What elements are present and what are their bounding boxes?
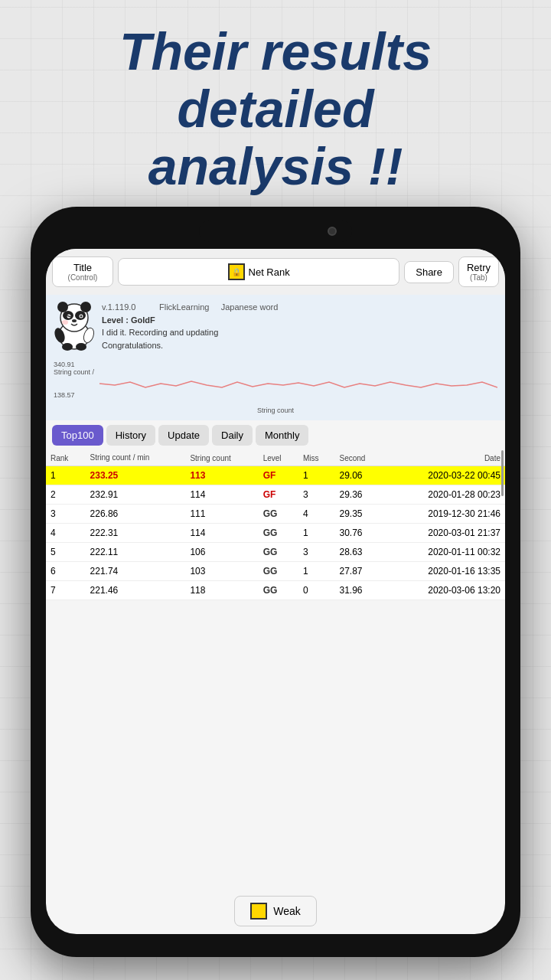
cell-second: 31.96 [334,581,386,600]
col-rank: Rank [46,450,86,466]
cell-level: GF [259,485,298,505]
phone-screen: Title (Control) 🔒 Net Rank Share Retry (… [46,249,505,934]
phone-frame-wrapper: Title (Control) 🔒 Net Rank Share Retry (… [31,207,520,957]
cell-level: GG [259,562,298,581]
cell-miss: 1 [298,524,334,543]
cell-rank: 6 [46,562,86,581]
tab-monthly[interactable]: Monthly [256,425,309,446]
cell-miss: 4 [298,505,334,524]
col-second: Second [334,450,386,466]
table-row: 2 232.91 114 GF 3 29.36 2020-01-28 00:23 [46,485,505,505]
table-row: 7 221.46 118 GG 0 31.96 2020-03-06 13:20 [46,581,505,600]
cell-miss: 1 [298,466,334,485]
level-text: Level : GoldF [102,314,278,327]
netrank-button[interactable]: 🔒 Net Rank [118,258,399,286]
chart-x-label: String count [54,407,497,414]
scroll-indicator [501,450,504,496]
weak-section: Weak [46,888,505,934]
tab-daily[interactable]: Daily [212,425,253,446]
title-button[interactable]: Title (Control) [52,256,113,287]
cell-scmin: 232.91 [86,485,186,505]
netrank-icon: 🔒 [228,263,245,280]
tabs-row: Top100 History Update Daily Monthly [46,420,505,450]
share-button[interactable]: Share [404,261,454,283]
cell-miss: 3 [298,485,334,505]
svg-point-14 [62,343,73,351]
cell-level: GG [259,543,298,562]
data-table-wrapper: Rank String count / min String count Lev… [46,450,505,888]
cell-scmin: 222.31 [86,524,186,543]
cell-scmin: 222.11 [86,543,186,562]
col-miss: Miss [298,450,334,466]
cell-rank: 1 [46,466,86,485]
share-label: Share [416,266,442,278]
cell-rank: 7 [46,581,86,600]
title-sub: (Control) [60,273,105,282]
cell-rank: 4 [46,524,86,543]
app-name-text: FlickLearning [159,302,209,312]
headline-line2: detailed [178,80,374,138]
chart-area: 340.91 String count / 138.57 String coun… [46,358,505,420]
headline-line1: Their results [119,22,432,80]
right-label-text: Japanese word [221,301,279,314]
svg-point-2 [57,302,68,312]
cell-sc: 106 [185,543,258,562]
chart-y-label: String count / [54,368,94,376]
headline: Their results detailed analysis !! [0,0,551,210]
netrank-label: Net Rank [249,266,290,278]
weak-button[interactable]: Weak [234,896,317,926]
cell-scmin: 221.74 [86,562,186,581]
cell-scmin: 221.46 [86,581,186,600]
cell-date: 2020-01-11 00:32 [386,543,505,562]
cell-sc: 103 [185,562,258,581]
cell-miss: 1 [298,562,334,581]
table-row: 6 221.74 103 GG 1 27.87 2020-01-16 13:35 [46,562,505,581]
toolbar: Title (Control) 🔒 Net Rank Share Retry (… [46,249,505,295]
chart-y-labels: 340.91 String count / 138.57 [54,361,94,399]
info-section: v.1.119.0 FlickLearning Japanese word Le… [46,295,505,358]
svg-point-15 [76,343,86,351]
phone-notch [199,220,352,242]
cell-rank: 3 [46,505,86,524]
screen-content: Title (Control) 🔒 Net Rank Share Retry (… [46,249,505,934]
tab-top100[interactable]: Top100 [52,425,103,446]
cell-sc: 118 [185,581,258,600]
table-row: 5 222.11 106 GG 3 28.63 2020-01-11 00:32 [46,543,505,562]
panda-icon [54,301,96,351]
tab-history[interactable]: History [106,425,155,446]
phone-camera [328,227,337,236]
tab-update[interactable]: Update [158,425,209,446]
congrats-text: I did it. Recording and updating [102,326,278,339]
tab-monthly-label: Monthly [265,430,300,441]
retry-button[interactable]: Retry (Tab) [458,256,499,287]
cell-level: GG [259,505,298,524]
svg-point-9 [80,315,83,318]
cell-sc: 114 [185,485,258,505]
tab-top100-label: Top100 [61,430,94,441]
cell-level: GG [259,581,298,600]
cell-second: 30.76 [334,524,386,543]
cell-date: 2020-03-22 00:45 [386,466,505,485]
cell-sc: 113 [185,466,258,485]
col-string-count: String count [185,450,258,466]
svg-point-10 [72,319,77,322]
cell-scmin: 226.86 [86,505,186,524]
col-level: Level [259,450,298,466]
col-string-count-min: String count / min [86,450,186,466]
cell-level: GG [259,524,298,543]
weak-label: Weak [273,905,301,917]
cell-second: 29.35 [334,505,386,524]
cell-date: 2020-01-16 13:35 [386,562,505,581]
col-date: Date [386,450,505,466]
cell-sc: 114 [185,524,258,543]
cell-second: 29.36 [334,485,386,505]
chart-y-max: 340.91 [54,361,94,368]
cell-rank: 5 [46,543,86,562]
headline-line3: analysis !! [148,137,403,195]
cell-level: GF [259,466,298,485]
cell-sc: 111 [185,505,258,524]
tab-history-label: History [116,430,146,441]
table-row: 4 222.31 114 GG 1 30.76 2020-03-01 21:37 [46,524,505,543]
cell-date: 2020-03-01 21:37 [386,524,505,543]
cell-rank: 2 [46,485,86,505]
